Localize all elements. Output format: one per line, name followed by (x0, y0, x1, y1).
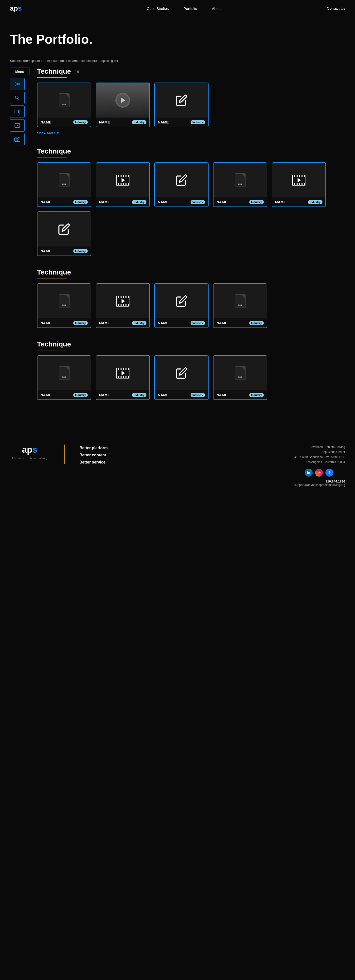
card-2-6-thumbnail (37, 212, 91, 247)
section-3-cards: NAME Industry NAME Industry (37, 283, 345, 328)
footer-email: support@advancedproblemsolving.org (293, 483, 345, 487)
sidebar-btn-search[interactable] (10, 92, 25, 104)
footer-divider (64, 444, 65, 464)
card-2-3-footer: NAME Industry (155, 197, 208, 207)
navigation: aps Case Studies Portfolio About Contact… (0, 0, 355, 17)
card-3-3[interactable]: NAME Industry (154, 283, 209, 328)
section-1-underline (37, 77, 67, 78)
footer: aps Advanced Problem Solving Better plat… (0, 432, 355, 499)
card-1-2-thumbnail (96, 83, 150, 118)
card-2-6-footer: NAME Industry (37, 247, 91, 256)
social-linkedin-icon[interactable]: in (305, 469, 313, 477)
footer-logo: aps (22, 444, 37, 455)
section-3-underline (37, 278, 67, 278)
card-1-3-footer: NAME Industry (155, 118, 208, 127)
edit-icon-4 (175, 295, 188, 307)
pdf-doc-icon-7 (235, 366, 245, 380)
logo[interactable]: aps (10, 5, 22, 12)
svg-rect-3 (15, 110, 18, 113)
social-instagram-icon[interactable]: ◎ (315, 469, 323, 477)
card-4-3[interactable]: NAME Industry (154, 355, 209, 400)
footer-right: Advanced Problem Solving Sepulveda Cente… (293, 444, 345, 487)
card-1-1[interactable]: NAME Industry (37, 83, 91, 127)
sidebar-btn-video[interactable] (10, 105, 25, 118)
card-3-1-footer: NAME Industry (37, 318, 91, 328)
technique-section-4: Technique NAME Industry (37, 340, 345, 400)
card-3-1[interactable]: NAME Industry (37, 283, 91, 328)
nav-about[interactable]: About (212, 6, 221, 11)
card-2-1-footer: NAME Industry (37, 197, 91, 207)
person-avatar (115, 93, 130, 108)
card-3-3-footer: NAME Industry (155, 318, 208, 328)
card-4-2[interactable]: NAME Industry (96, 355, 150, 400)
main-content: Menu (0, 67, 355, 412)
sidebar-btn-broadcast[interactable] (10, 78, 25, 90)
card-2-2-footer: NAME Industry (96, 197, 150, 207)
filmstrip-icon (116, 175, 129, 186)
pdf-doc-icon-5 (235, 294, 245, 308)
card-2-5[interactable]: NAME Industry (272, 162, 326, 207)
video-icon (14, 109, 20, 115)
chevron-down-icon: ▾ (57, 131, 59, 135)
card-4-3-footer: NAME Industry (155, 390, 208, 399)
card-4-4-footer: NAME Industry (213, 390, 267, 399)
card-2-1[interactable]: NAME Industry (37, 162, 91, 207)
edit-icon-5 (175, 367, 188, 379)
camera-icon (14, 136, 20, 142)
card-4-1-thumbnail (37, 356, 91, 390)
card-1-3[interactable]: NAME Industry (154, 83, 209, 127)
footer-social: in ◎ f (293, 469, 345, 477)
section-4-cards: NAME Industry NAME Industry (37, 355, 345, 400)
section-1-title: Technique ((·)) (37, 67, 345, 75)
svg-marker-6 (17, 124, 19, 126)
footer-logo-area: aps Advanced Problem Solving (10, 444, 49, 460)
card-3-4-footer: NAME Industry (213, 318, 267, 328)
section-4-title: Technique (37, 340, 345, 348)
sidebar-btn-play[interactable] (10, 119, 25, 132)
filmstrip-play-icon (121, 178, 125, 182)
card-2-5-footer: NAME Industry (272, 197, 325, 207)
pdf-doc-icon-2 (59, 173, 70, 187)
search-icon (14, 95, 20, 101)
footer-tagline: Better platform. Better content. Better … (80, 444, 109, 466)
card-1-1-footer: NAME Industry (37, 118, 91, 127)
nav-contact[interactable]: Contact Us (327, 6, 345, 11)
card-4-1[interactable]: NAME Industry (37, 355, 91, 400)
nav-case-studies[interactable]: Case Studies (147, 6, 169, 11)
edit-icon (175, 94, 188, 107)
sidebar-btn-camera[interactable] (10, 133, 25, 145)
svg-point-0 (16, 83, 18, 85)
card-2-3[interactable]: NAME Industry (154, 162, 209, 207)
card-3-4[interactable]: NAME Industry (213, 283, 267, 328)
filmstrip-play-icon-3 (121, 299, 125, 303)
card-3-2[interactable]: NAME Industry (96, 283, 150, 328)
pdf-doc-icon-4 (59, 294, 70, 308)
nav-contact-link[interactable]: Contact Us (327, 6, 345, 10)
nav-portfolio[interactable]: Portfolio (184, 6, 197, 11)
technique-section-1: Technique ((·)) NAME Industry (37, 67, 345, 135)
card-2-2[interactable]: NAME Industry (96, 162, 150, 207)
card-4-2-thumbnail (96, 356, 150, 390)
card-1-2[interactable]: NAME Industry (96, 83, 150, 127)
filmstrip-icon-2 (292, 175, 306, 186)
card-2-4[interactable]: NAME Industry (213, 162, 267, 207)
doc-corner (65, 94, 69, 97)
card-3-1-thumbnail (37, 284, 91, 318)
technique-section-2: Technique NAME Industry (37, 147, 345, 256)
sidebar-menu-label: Menu (10, 67, 30, 76)
filmstrip-play-icon-4 (121, 371, 125, 375)
edit-icon-3 (58, 223, 70, 235)
card-4-4[interactable]: NAME Industry (213, 355, 267, 400)
card-2-4-thumbnail (213, 163, 267, 197)
card-3-4-thumbnail (213, 284, 267, 318)
card-3-3-thumbnail (155, 284, 208, 318)
show-more-button[interactable]: Show More ▾ (37, 131, 59, 135)
pdf-doc-icon-3 (235, 173, 245, 187)
footer-phone: 310.844.1896 (293, 479, 345, 483)
broadcast-icon (14, 81, 20, 87)
page-title: The Portfolio. (10, 32, 345, 46)
card-4-3-thumbnail (155, 356, 208, 390)
card-3-2-thumbnail (96, 284, 150, 318)
social-facebook-icon[interactable]: f (325, 469, 333, 477)
card-2-6[interactable]: NAME Industry (37, 212, 91, 256)
